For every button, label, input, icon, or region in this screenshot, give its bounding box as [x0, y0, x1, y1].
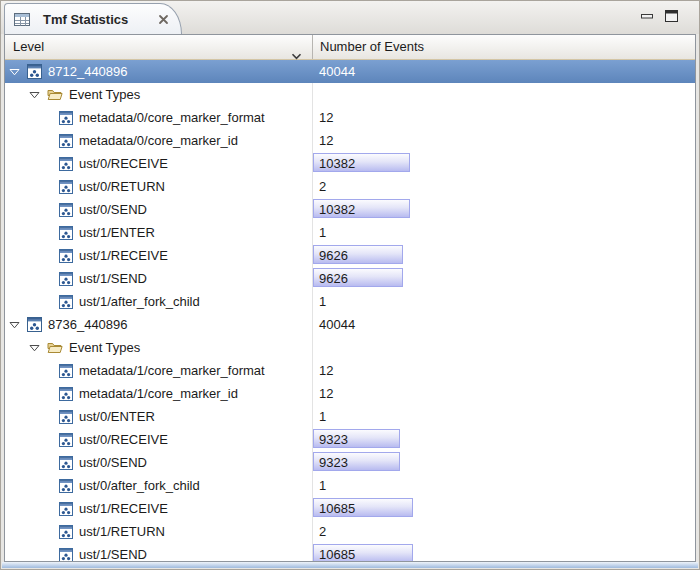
- row-label: ust/1/RETURN: [79, 524, 165, 539]
- row-value: 10382: [319, 152, 355, 175]
- row-value: 12: [319, 359, 333, 382]
- row-label: metadata/0/core_marker_format: [79, 110, 265, 125]
- row-label: Event Types: [69, 87, 140, 102]
- folder-icon: [47, 341, 63, 354]
- row-label: ust/0/after_fork_child: [79, 478, 200, 493]
- tree-row[interactable]: ust/0/SEND9323: [5, 451, 695, 474]
- row-label: 8712_440896: [48, 64, 128, 79]
- table-header: Level Number of Events: [5, 35, 695, 60]
- row-value: 10382: [319, 198, 355, 221]
- event-icon: [59, 203, 73, 217]
- event-icon: [59, 387, 73, 401]
- expand-arrow-icon[interactable]: [29, 91, 40, 99]
- column-header-level[interactable]: Level: [5, 35, 312, 59]
- minimize-button[interactable]: [640, 9, 655, 23]
- event-icon: [59, 226, 73, 240]
- row-label: ust/0/RECEIVE: [79, 156, 168, 171]
- tab-strip: Tmf Statistics: [1, 1, 699, 34]
- row-value: 1: [319, 290, 326, 313]
- row-value: 9626: [319, 244, 348, 267]
- row-label: Event Types: [69, 340, 140, 355]
- tree-rows: 8712_44089640044Event Typesmetadata/0/co…: [5, 60, 695, 561]
- tree-row[interactable]: ust/1/SEND10685: [5, 543, 695, 562]
- event-icon: [59, 134, 73, 148]
- row-label: ust/1/RECEIVE: [79, 248, 168, 263]
- row-value: 1: [319, 405, 326, 428]
- tree-row[interactable]: metadata/0/core_marker_format12: [5, 106, 695, 129]
- row-label: ust/0/RETURN: [79, 179, 165, 194]
- trace-icon: [27, 64, 42, 79]
- tree-row[interactable]: ust/1/RECEIVE10685: [5, 497, 695, 520]
- row-value: 12: [319, 106, 333, 129]
- tree-row[interactable]: Event Types: [5, 83, 695, 106]
- tree-row[interactable]: ust/0/SEND10382: [5, 198, 695, 221]
- row-label: metadata/0/core_marker_id: [79, 133, 238, 148]
- column-label-number-of-events: Number of Events: [320, 39, 424, 54]
- tree-row[interactable]: metadata/1/core_marker_id12: [5, 382, 695, 405]
- row-label: ust/0/SEND: [79, 202, 147, 217]
- expand-arrow-icon[interactable]: [9, 68, 20, 76]
- column-divider[interactable]: [312, 35, 313, 59]
- event-icon: [59, 525, 73, 539]
- row-value: 10685: [319, 543, 355, 562]
- expand-arrow-icon[interactable]: [9, 321, 20, 329]
- view-bottom-highlight: [2, 562, 698, 568]
- tree-row[interactable]: ust/1/after_fork_child1: [5, 290, 695, 313]
- row-value: 9323: [319, 451, 348, 474]
- trace-icon: [27, 317, 42, 332]
- tab-tmf-statistics[interactable]: Tmf Statistics: [4, 3, 182, 34]
- row-value: 12: [319, 129, 333, 152]
- close-icon[interactable]: [158, 14, 169, 25]
- row-value: 40044: [319, 60, 355, 83]
- row-value: 12: [319, 382, 333, 405]
- row-label: ust/1/SEND: [79, 547, 147, 562]
- row-label: ust/0/SEND: [79, 455, 147, 470]
- tmf-statistics-view: Tmf Statistics Lev: [0, 0, 700, 570]
- tree-row[interactable]: 8736_44089640044: [5, 313, 695, 336]
- event-icon: [59, 456, 73, 470]
- tree-row[interactable]: ust/1/RETURN2: [5, 520, 695, 543]
- tree-row[interactable]: ust/1/RECEIVE9626: [5, 244, 695, 267]
- tree-row[interactable]: Event Types: [5, 336, 695, 359]
- tree-row[interactable]: ust/0/ENTER1: [5, 405, 695, 428]
- maximize-button[interactable]: [664, 9, 679, 23]
- tree-row[interactable]: ust/0/RECEIVE9323: [5, 428, 695, 451]
- column-header-number-of-events[interactable]: Number of Events: [320, 35, 424, 59]
- row-label: metadata/1/core_marker_id: [79, 386, 238, 401]
- row-label: 8736_440896: [48, 317, 128, 332]
- tree-row[interactable]: metadata/0/core_marker_id12: [5, 129, 695, 152]
- row-value: 9626: [319, 267, 348, 290]
- row-label: ust/0/ENTER: [79, 409, 155, 424]
- event-icon: [59, 295, 73, 309]
- event-icon: [59, 249, 73, 263]
- view-window-controls: [640, 9, 679, 23]
- event-icon: [59, 272, 73, 286]
- tree-row[interactable]: ust/1/SEND9626: [5, 267, 695, 290]
- column-label-level: Level: [13, 39, 44, 54]
- tree-row[interactable]: ust/0/after_fork_child1: [5, 474, 695, 497]
- row-label: ust/0/RECEIVE: [79, 432, 168, 447]
- row-label: ust/1/RECEIVE: [79, 501, 168, 516]
- tab-title: Tmf Statistics: [43, 12, 151, 27]
- folder-icon: [47, 88, 63, 101]
- row-label: metadata/1/core_marker_format: [79, 363, 265, 378]
- event-icon: [59, 180, 73, 194]
- tree-row[interactable]: ust/0/RETURN2: [5, 175, 695, 198]
- row-label: ust/1/after_fork_child: [79, 294, 200, 309]
- row-value: 2: [319, 520, 326, 543]
- statistics-table-icon: [14, 13, 30, 26]
- event-icon: [59, 157, 73, 171]
- event-icon: [59, 433, 73, 447]
- event-icon: [59, 364, 73, 378]
- tree-row[interactable]: ust/1/ENTER1: [5, 221, 695, 244]
- tree-row[interactable]: metadata/1/core_marker_format12: [5, 359, 695, 382]
- tree-row[interactable]: 8712_44089640044: [5, 60, 695, 83]
- row-value: 9323: [319, 428, 348, 451]
- row-value: 40044: [319, 313, 355, 336]
- expand-arrow-icon[interactable]: [29, 344, 40, 352]
- event-icon: [59, 111, 73, 125]
- tree-row[interactable]: ust/0/RECEIVE10382: [5, 152, 695, 175]
- event-icon: [59, 502, 73, 516]
- row-value: 2: [319, 175, 326, 198]
- event-icon: [59, 548, 73, 562]
